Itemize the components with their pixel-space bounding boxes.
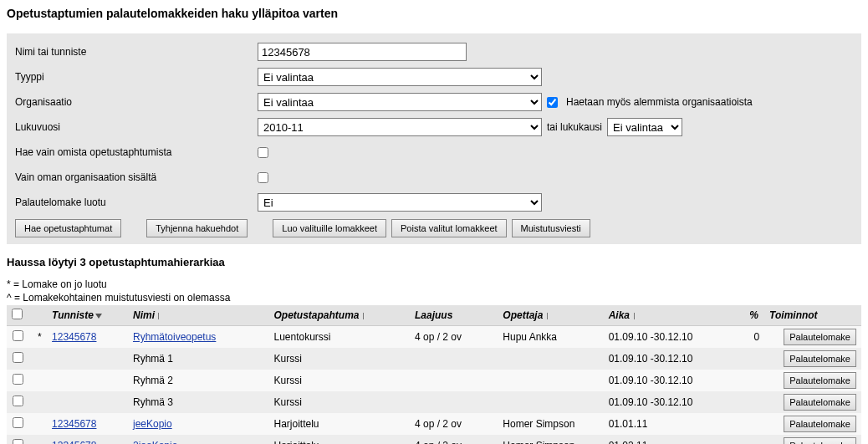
opetustapahtuma-text: Harjoittelu: [268, 435, 410, 444]
tunniste-link[interactable]: 12345678: [52, 331, 96, 343]
table-row: 123456782jeeKopioHarjoittelu4 op / 2 ovH…: [7, 435, 861, 444]
pct-text: [744, 413, 764, 435]
hae-button[interactable]: Hae opetustaphtumat: [15, 219, 121, 237]
opetustapahtuma-text: Kurssi: [268, 391, 410, 413]
opettaja-text: [498, 348, 603, 370]
nimi-input[interactable]: [258, 43, 467, 61]
aika-text: 01.09.10 -30.12.10: [604, 326, 745, 349]
row-checkbox[interactable]: [13, 374, 23, 385]
tyyppi-select[interactable]: Ei valintaa: [258, 68, 542, 86]
opettaja-text: Homer Simpson: [498, 413, 603, 435]
opetustapahtuma-text: Kurssi: [268, 348, 410, 370]
results-title: Haussa löytyi 3 opetustaphtumahierarkiaa: [7, 256, 861, 268]
aika-text: 01.09.10 -30.12.10: [604, 391, 745, 413]
row-checkbox[interactable]: [13, 352, 23, 363]
table-row: Ryhmä 3Kurssi01.09.10 -30.12.10Palautelo…: [7, 391, 861, 413]
label-lukuvuosi: Lukuvuosi: [15, 121, 258, 133]
hae-omista-checkbox[interactable]: [258, 147, 268, 158]
header-toiminnot: Toiminnot: [764, 305, 861, 326]
legend-star: * = Lomake on jo luotu: [7, 278, 861, 290]
lukuvuosi-select[interactable]: 2010-11: [258, 118, 542, 136]
opetustapahtuma-text: Harjoittelu: [268, 413, 410, 435]
row-mark: [33, 413, 48, 435]
results-table: Tunniste Nimi Opetustapahtuma Laajuus Op…: [7, 305, 861, 444]
label-tyyppi: Tyyppi: [15, 71, 258, 83]
laajuus-text: [410, 391, 498, 413]
nimi-link[interactable]: 2jeeKopio: [133, 440, 177, 444]
row-mark: *: [33, 326, 48, 349]
pct-text: 0: [744, 326, 764, 349]
select-all-checkbox[interactable]: [12, 309, 23, 319]
sort-icon: [544, 312, 549, 320]
header-opetustapahtuma[interactable]: Opetustapahtuma: [268, 305, 410, 326]
header-laajuus: Laajuus: [410, 305, 498, 326]
nimi-link[interactable]: Ryhmätoiveopetus: [133, 331, 216, 343]
palautelomake-button[interactable]: Palautelomake: [784, 394, 856, 411]
luo-button[interactable]: Luo valituille lomakkeet: [273, 219, 386, 237]
row-checkbox[interactable]: [13, 439, 23, 444]
header-aika[interactable]: Aika: [604, 305, 745, 326]
alemmista-label: Haetaan myös alemmista organisaatioista: [566, 96, 753, 108]
legend-caret: ^ = Lomakekohtainen muistutusviesti on o…: [7, 292, 861, 304]
row-mark: [33, 370, 48, 391]
aika-text: 01.09.10 -30.12.10: [604, 348, 745, 370]
palautelomake-button[interactable]: Palautelomake: [784, 350, 856, 367]
pct-text: [744, 348, 764, 370]
sort-icon: [156, 312, 161, 320]
organisaatio-select[interactable]: Ei valintaa: [258, 93, 542, 111]
aika-text: 01.09.10 -30.12.10: [604, 370, 745, 391]
tunniste-link[interactable]: 12345678: [52, 440, 96, 444]
laajuus-text: 4 op / 2 ov: [410, 413, 498, 435]
palautelomake-button[interactable]: Palautelomake: [784, 329, 856, 345]
sort-desc-icon: [95, 314, 102, 319]
palautelomake-button[interactable]: Palautelomake: [784, 416, 856, 432]
poista-button[interactable]: Poista valitut lomakkeet: [391, 219, 507, 237]
label-palaute-luotu: Palautelomake luotu: [15, 196, 258, 208]
aika-text: 01.01.11: [604, 413, 745, 435]
laajuus-text: 4 op / 2 ov: [410, 435, 498, 444]
opetustapahtuma-text: Kurssi: [268, 370, 410, 391]
row-checkbox[interactable]: [13, 417, 23, 428]
nimi-text: Ryhmä 1: [128, 348, 269, 370]
tyhjenna-button[interactable]: Tyhjenna hakuehdot: [146, 219, 248, 237]
header-pct: %: [744, 305, 764, 326]
row-checkbox[interactable]: [13, 330, 23, 341]
page-title: Opetustaptumien palautelomakkeiden haku …: [7, 7, 861, 20]
search-panel: Nimi tai tunniste Tyyppi Ei valintaa Org…: [7, 33, 861, 244]
row-checkbox[interactable]: [13, 396, 23, 406]
palautelomake-button[interactable]: Palautelomake: [784, 372, 856, 389]
palautelomake-button[interactable]: Palautelomake: [784, 437, 856, 444]
pct-text: [744, 435, 764, 444]
row-mark: [33, 391, 48, 413]
aika-text: 01.02.11: [604, 435, 745, 444]
label-vain-oman: Vain oman organisaation sisältä: [15, 171, 258, 183]
opetustapahtuma-text: Luentokurssi: [268, 326, 410, 349]
table-row: Ryhmä 1Kurssi01.09.10 -30.12.10Palautelo…: [7, 348, 861, 370]
row-mark: [33, 435, 48, 444]
row-mark: [33, 348, 48, 370]
sort-icon: [361, 312, 366, 320]
laajuus-text: [410, 348, 498, 370]
nimi-link[interactable]: jeeKopio: [133, 418, 172, 430]
opettaja-text: [498, 370, 603, 391]
label-nimi: Nimi tai tunniste: [15, 46, 258, 58]
lukukausi-select[interactable]: Ei valintaa: [607, 118, 682, 136]
header-opettaja[interactable]: Opettaja: [498, 305, 603, 326]
opettaja-text: Homer Simpson: [498, 435, 603, 444]
vain-oman-checkbox[interactable]: [258, 172, 268, 183]
pct-text: [744, 370, 764, 391]
nimi-text: Ryhmä 3: [128, 391, 269, 413]
table-row: Ryhmä 2Kurssi01.09.10 -30.12.10Palautelo…: [7, 370, 861, 391]
opettaja-text: Hupu Ankka: [498, 326, 603, 349]
table-row: *12345678RyhmätoiveopetusLuentokurssi4 o…: [7, 326, 861, 349]
muistutus-button[interactable]: Muistutusviesti: [512, 219, 590, 237]
header-nimi[interactable]: Nimi: [128, 305, 269, 326]
tunniste-link[interactable]: 12345678: [52, 418, 96, 430]
palaute-luotu-select[interactable]: Ei: [258, 193, 542, 212]
sort-icon: [631, 312, 636, 320]
header-tunniste[interactable]: Tunniste: [47, 305, 128, 326]
laajuus-text: 4 op / 2 ov: [410, 326, 498, 349]
opettaja-text: [498, 391, 603, 413]
alemmista-checkbox[interactable]: [547, 97, 558, 108]
pct-text: [744, 391, 764, 413]
